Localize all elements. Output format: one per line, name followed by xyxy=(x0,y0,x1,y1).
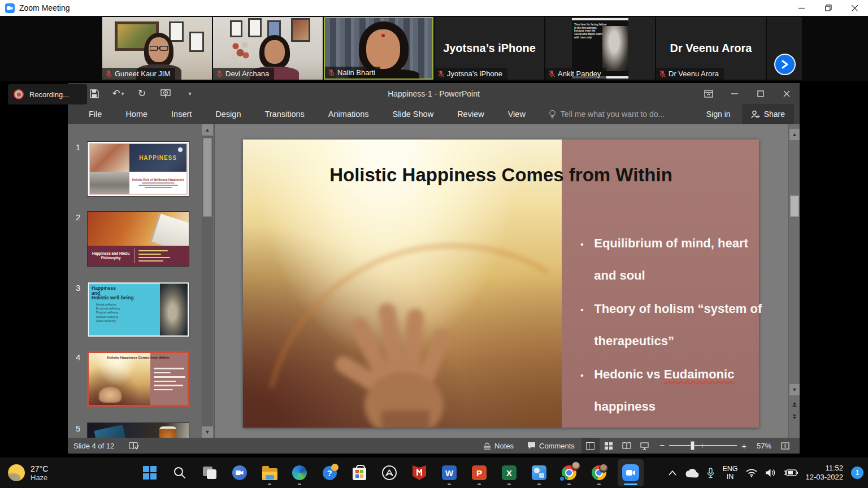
tab-transitions[interactable]: Transitions xyxy=(253,104,316,124)
muted-mic-icon xyxy=(105,70,112,78)
participant-tile-guneet[interactable]: Guneet Kaur JIM xyxy=(102,17,212,80)
search-button[interactable] xyxy=(168,459,191,486)
battery-charging-icon[interactable] xyxy=(784,469,798,477)
file-explorer-button[interactable] xyxy=(258,459,281,486)
wifi-icon[interactable] xyxy=(746,469,757,477)
zoom-slider[interactable]: − + xyxy=(654,441,752,451)
notes-button[interactable]: Notes xyxy=(476,438,520,454)
slide-sorter-view-button[interactable] xyxy=(600,438,618,454)
fit-slide-to-window-button[interactable] xyxy=(776,438,794,454)
powerpoint-statusbar: Slide 4 of 12 Notes Comments xyxy=(68,438,800,454)
next-slide-button[interactable] xyxy=(789,411,800,422)
participant-tile-nalin[interactable]: Nalin Bharti xyxy=(324,17,433,80)
minimize-button[interactable] xyxy=(788,0,815,16)
chrome-profile2-button[interactable] xyxy=(588,459,610,486)
bullet-marker: • xyxy=(580,294,594,325)
notification-count-badge[interactable]: 1 xyxy=(851,467,863,479)
participant-tile-veenu[interactable]: Dr Veenu Arora Dr Veenu Arora xyxy=(656,17,766,80)
zoom-slider-thumb[interactable] xyxy=(691,441,695,450)
tab-insert[interactable]: Insert xyxy=(159,104,203,124)
tab-slide-show[interactable]: Slide Show xyxy=(381,104,446,124)
current-slide[interactable]: Holistic Happiness Comes from Within •Eq… xyxy=(243,140,759,428)
tell-me-box[interactable]: Tell me what you want to do... xyxy=(549,110,665,119)
thumb2-bullet-lines xyxy=(134,250,189,262)
flower-vase xyxy=(229,38,251,64)
thumb4-image xyxy=(89,353,150,405)
scroll-up-button[interactable]: ▲ xyxy=(789,129,800,140)
powerpoint-button[interactable]: P xyxy=(468,459,491,486)
word-button[interactable]: W xyxy=(438,459,461,486)
tab-review[interactable]: Review xyxy=(445,104,496,124)
wall-certificate xyxy=(230,20,242,37)
microsoft-store-button[interactable] xyxy=(348,459,371,486)
thumbnail-slide-3[interactable]: Happiness and Holistic well-being Mental… xyxy=(87,282,189,337)
thumb-scroll-up-button[interactable]: ▲ xyxy=(202,124,213,136)
snip-sketch-button[interactable] xyxy=(528,459,550,486)
excel-button[interactable]: X xyxy=(498,459,520,486)
profile-image-face xyxy=(602,26,628,71)
zoom-level[interactable]: 57% xyxy=(752,442,776,450)
reading-view-button[interactable] xyxy=(618,438,636,454)
scroll-down-button[interactable]: ▼ xyxy=(789,384,800,395)
close-button[interactable] xyxy=(841,0,868,16)
start-from-beginning-button[interactable] xyxy=(154,85,177,102)
previous-slide-button[interactable] xyxy=(789,399,800,410)
chat-button[interactable] xyxy=(228,459,251,486)
slide-bullet-list[interactable]: •Equilibrium of mind, heart and soul •Th… xyxy=(580,228,761,424)
zoom-in-button[interactable]: + xyxy=(741,441,747,451)
thumb-scroll-down-button[interactable]: ▼ xyxy=(202,426,213,438)
language-indicator[interactable]: ENG IN xyxy=(722,465,737,481)
tab-home[interactable]: Home xyxy=(114,104,159,124)
ppt-minimize-button[interactable] xyxy=(722,83,748,104)
slide-show-view-button[interactable] xyxy=(636,438,654,454)
tray-microphone-icon[interactable] xyxy=(707,468,714,478)
tray-chevron-up-icon[interactable] xyxy=(669,470,676,476)
ppt-close-button[interactable] xyxy=(774,83,800,104)
tab-view[interactable]: View xyxy=(496,104,537,124)
participant-tile-jyotsna[interactable]: Jyotsna’s iPhone Jyotsna’s iPhone xyxy=(435,17,544,80)
undo-button[interactable]: ↶▾ xyxy=(106,85,130,102)
thumbnail-slide-5[interactable] xyxy=(87,422,189,438)
task-view-button[interactable] xyxy=(198,459,221,486)
restore-button[interactable] xyxy=(815,0,841,16)
tab-design[interactable]: Design xyxy=(203,104,253,124)
ppt-maximize-button[interactable] xyxy=(748,83,774,104)
clock[interactable]: 11:52 12-03-2022 xyxy=(806,464,844,482)
edge-button[interactable] xyxy=(288,459,311,486)
sign-in-button[interactable]: Sign in xyxy=(701,110,736,119)
tab-file[interactable]: File xyxy=(77,104,114,124)
thumbnail-slide-2[interactable]: Happiness and Hindu Philosophy xyxy=(87,211,189,267)
weather-widget[interactable]: 27°C Haze xyxy=(8,457,48,488)
mcafee-button[interactable] xyxy=(408,459,431,486)
comments-button[interactable]: Comments xyxy=(520,438,581,454)
zoom-slider-track[interactable] xyxy=(669,445,737,446)
normal-view-button[interactable] xyxy=(581,438,600,454)
next-participants-button[interactable] xyxy=(774,54,796,75)
zoom-app-button[interactable] xyxy=(618,459,644,486)
spell-check-icon[interactable] xyxy=(129,442,139,450)
ribbon-display-options-button[interactable] xyxy=(696,83,722,104)
tray-date: 12-03-2022 xyxy=(806,473,844,482)
participant-tile-devi[interactable]: Devi Archana xyxy=(213,17,323,80)
scrollbar-thumb[interactable] xyxy=(790,195,799,217)
share-button[interactable]: Share xyxy=(742,104,794,124)
thumbnail-scrollbar[interactable]: ▲ ▼ xyxy=(202,124,213,438)
recording-indicator[interactable]: Recording... xyxy=(8,84,87,104)
tab-animations[interactable]: Animations xyxy=(316,104,381,124)
undo-dropdown-caret[interactable]: ▾ xyxy=(121,91,124,97)
participant-tile-ankit[interactable]: 'Dont fear for facing failure in the fir… xyxy=(545,17,655,80)
thumbnail-slide-1[interactable]: HAPPINESS Holistic Role of Wellbeing (Ha… xyxy=(87,141,189,197)
round-outline-app-button[interactable] xyxy=(378,459,401,486)
zoom-out-button[interactable]: − xyxy=(659,441,665,451)
slide-title[interactable]: Holistic Happiness Comes from Within xyxy=(243,164,759,186)
slide-vertical-scrollbar[interactable]: ▲ ▼ xyxy=(788,124,800,438)
start-button[interactable] xyxy=(138,459,161,486)
volume-icon[interactable] xyxy=(765,468,776,477)
thumb-scrollbar-thumb[interactable] xyxy=(203,138,212,217)
thumbnail-slide-4-selected[interactable]: Holistic Happiness Comes from Within xyxy=(87,351,189,407)
onedrive-cloud-icon[interactable] xyxy=(684,468,699,478)
redo-button[interactable]: ↻ xyxy=(130,85,154,102)
customize-qat-button[interactable]: ▾ xyxy=(177,85,201,102)
chrome-profile1-button[interactable] xyxy=(558,459,580,486)
get-help-button[interactable]: ? xyxy=(318,459,341,486)
